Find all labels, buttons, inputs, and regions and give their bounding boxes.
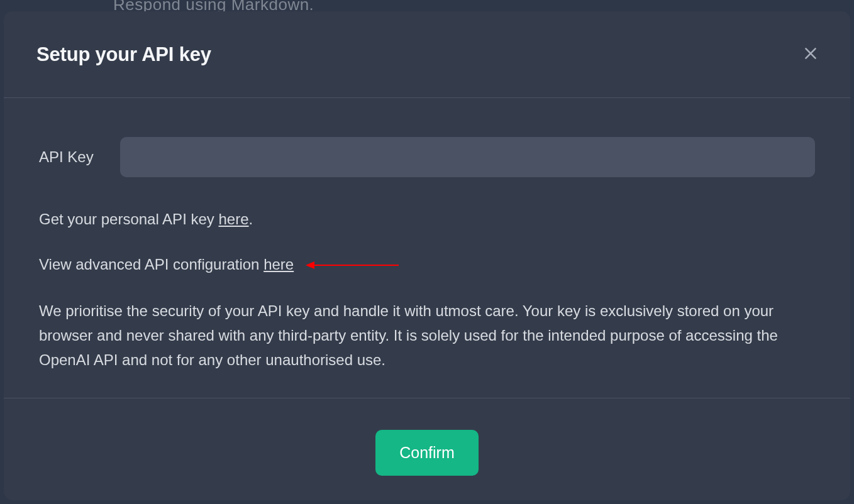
- advanced-config-prefix: View advanced API configuration: [39, 256, 263, 273]
- security-notice: We prioritise the security of your API k…: [39, 299, 815, 373]
- get-api-key-suffix: .: [249, 211, 253, 227]
- advanced-config-link[interactable]: here: [263, 256, 294, 273]
- api-key-setup-modal: Setup your API key API Key Get your pers…: [4, 11, 850, 500]
- get-api-key-link[interactable]: here: [218, 211, 248, 227]
- modal-body: API Key Get your personal API key here. …: [4, 98, 850, 398]
- arrow-annotation-icon: [306, 254, 399, 278]
- close-button[interactable]: [800, 43, 821, 66]
- close-icon: [802, 45, 819, 63]
- api-key-row: API Key: [39, 137, 815, 177]
- get-api-key-prefix: Get your personal API key: [39, 211, 218, 227]
- modal-header: Setup your API key: [4, 11, 850, 98]
- confirm-button[interactable]: Confirm: [375, 430, 479, 476]
- api-key-label: API Key: [39, 145, 94, 169]
- api-key-input[interactable]: [120, 137, 815, 177]
- modal-footer: Confirm: [4, 398, 850, 504]
- advanced-config-text: View advanced API configuration here: [39, 253, 815, 278]
- get-api-key-text: Get your personal API key here.: [39, 207, 815, 231]
- svg-marker-3: [306, 261, 314, 269]
- modal-title: Setup your API key: [36, 43, 211, 66]
